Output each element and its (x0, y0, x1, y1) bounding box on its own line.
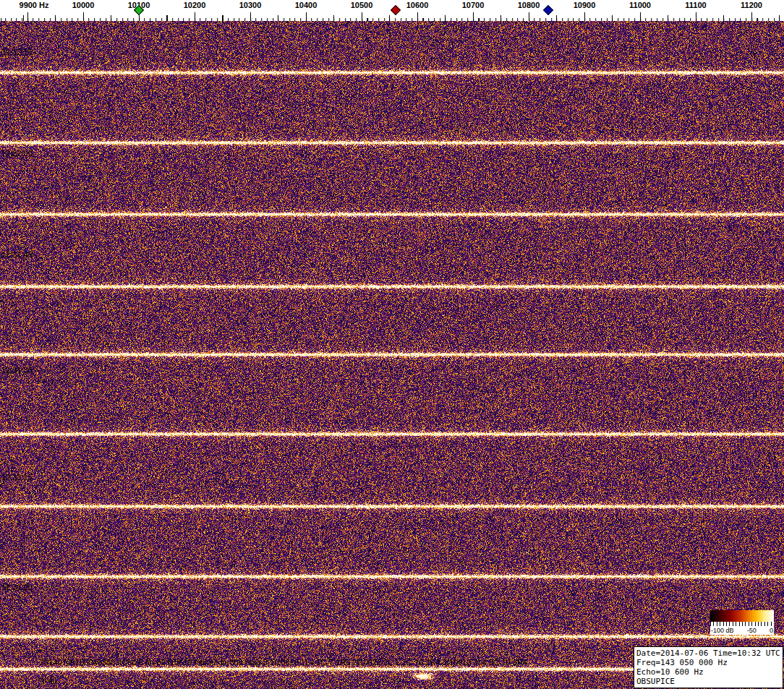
legend-labels: -100 dB -50 0 (710, 626, 774, 635)
freq-tick-label: 10400 (295, 1, 318, 9)
freq-major-tick (250, 12, 251, 21)
freq-tick-label: 11200 (741, 1, 762, 9)
freq-major-tick (306, 12, 307, 21)
observation-info-box: Date=2014-07-06 Time=10:32 UTC Freq=143 … (634, 646, 783, 688)
freq-tick-label: 10900 (574, 1, 596, 9)
freq-major-tick (751, 12, 752, 21)
spectrogram-canvas (0, 21, 784, 689)
color-scale-legend: -100 dB -50 0 (710, 610, 774, 635)
color-gradient-bar (710, 610, 774, 622)
legend-label-mid: -50 (747, 627, 757, 634)
freq-tick-ruler (0, 12, 784, 21)
legend-label-max: 0 (770, 627, 773, 634)
freq-tick-label: 9900 Hz (20, 1, 49, 9)
detection-annotation: 20140706103046380 hCnt26 nb-82 f10619 hi… (40, 658, 527, 667)
freq-major-tick (529, 12, 529, 21)
freq-major-tick (584, 12, 585, 21)
freq-major-tick (27, 12, 28, 21)
freq-tick-label: 11000 (629, 1, 651, 9)
freq-axis: 9900 Hz100001010010200103001040010500106… (0, 0, 784, 21)
footer-note: ^ti 46 (38, 676, 57, 685)
freq-major-tick (473, 12, 474, 21)
freq-tick-label: 11100 (685, 1, 706, 9)
freq-tick-label: 10500 (351, 1, 373, 9)
freq-major-tick (83, 12, 84, 21)
info-frequency: Freq=143 050 000 Hz (636, 658, 780, 667)
freq-major-tick (640, 12, 641, 21)
time-label: 12:31:45 (1, 250, 33, 259)
freq-major-tick (696, 12, 696, 21)
freq-tick-label: 10700 (462, 1, 485, 9)
freq-major-tick (417, 12, 418, 21)
freq-tick-label: 10600 (406, 1, 429, 9)
time-label: 12:32:15 (1, 48, 33, 56)
time-label: 12:31:30 (1, 366, 33, 375)
meteor-spectrogram-app: 9900 Hz100001010010200103001040010500106… (0, 0, 784, 689)
freq-tick-label: 10300 (239, 1, 262, 9)
freq-major-tick (362, 12, 362, 21)
time-label: 12:31:00 (1, 583, 33, 591)
freq-tick-label: 10200 (184, 1, 206, 9)
freq-tick-label: 10000 (72, 1, 95, 9)
spectrogram: 20140706103046380 hCnt26 nb-82 f10619 hi… (0, 21, 784, 689)
time-label: 12:32:00 (1, 149, 33, 158)
info-echo-freq: Echo=10 600 Hz (636, 667, 780, 677)
freq-tick-label: 10800 (518, 1, 540, 9)
legend-label-min: -100 dB (711, 627, 734, 634)
time-label: 12:31:15 (1, 473, 33, 482)
info-station: OBSUPICE (636, 677, 780, 686)
info-date-time: Date=2014-07-06 Time=10:32 UTC (636, 649, 780, 658)
freq-major-tick (195, 12, 195, 21)
